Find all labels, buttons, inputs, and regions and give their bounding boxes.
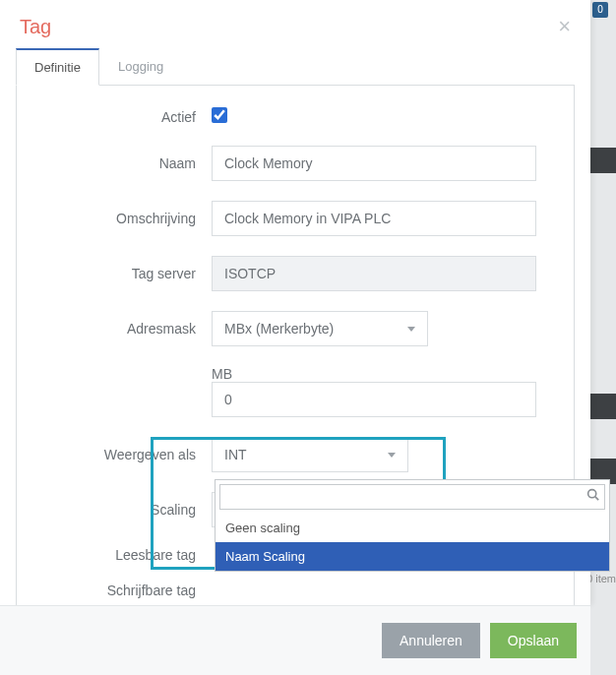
tab-logging[interactable]: Logging — [99, 48, 182, 86]
cancel-button[interactable]: Annuleren — [382, 623, 480, 658]
label-readable-tag: Leesbare tag — [34, 547, 212, 563]
label-active: Actief — [34, 109, 212, 125]
input-description[interactable] — [212, 201, 536, 236]
label-name: Naam — [34, 155, 212, 171]
select-display-as[interactable]: INT — [212, 437, 408, 472]
scaling-dropdown: Geen scaling Naam Scaling — [215, 479, 610, 572]
label-description: Omschrijving — [34, 211, 212, 226]
row-name: Naam — [34, 146, 556, 181]
notif-badge: 0 — [592, 2, 608, 18]
modal-footer: Annuleren Opslaan — [0, 605, 590, 675]
tab-definition[interactable]: Definitie — [16, 48, 99, 86]
row-description: Omschrijving — [34, 201, 556, 236]
chevron-down-icon — [407, 327, 415, 332]
label-scaling: Scaling — [34, 502, 212, 518]
save-button[interactable]: Opslaan — [490, 623, 577, 658]
row-mb: MB — [34, 366, 556, 417]
tab-strip: Definitie Logging — [16, 47, 575, 86]
label-writable-tag: Schrijfbare tag — [34, 583, 212, 598]
bg-bar — [590, 148, 616, 173]
bg-bar — [590, 394, 616, 419]
dropdown-search-wrap — [216, 480, 609, 514]
row-tagserver: Tag server ISOTCP — [34, 256, 556, 291]
row-writable-tag: Schrijfbare tag — [34, 583, 556, 598]
row-display-as: Weergeven als INT — [34, 437, 556, 472]
items-count: 0 item — [586, 573, 616, 584]
label-tagserver: Tag server — [34, 266, 212, 281]
input-name[interactable] — [212, 146, 536, 181]
dropdown-option-none[interactable]: Geen scaling — [216, 514, 609, 542]
label-mb: MB — [212, 366, 239, 382]
label-addrmask: Adresmask — [34, 321, 212, 337]
select-display-as-value: INT — [224, 447, 247, 462]
modal-title: Tag — [20, 16, 51, 38]
row-addrmask: Adresmask MBx (Merkerbyte) — [34, 311, 556, 346]
close-icon[interactable]: × — [558, 14, 571, 39]
row-active: Actief — [34, 107, 556, 126]
dropdown-option-named[interactable]: Naam Scaling — [216, 542, 609, 571]
input-mb[interactable] — [212, 382, 536, 417]
modal-header: Tag × — [0, 0, 590, 47]
label-display-as: Weergeven als — [34, 447, 212, 462]
select-addrmask[interactable]: MBx (Merkerbyte) — [212, 311, 428, 346]
select-addrmask-value: MBx (Merkerbyte) — [224, 321, 334, 337]
checkbox-active[interactable] — [212, 107, 227, 123]
field-tagserver: ISOTCP — [212, 256, 536, 291]
dropdown-search-input[interactable] — [219, 484, 605, 510]
chevron-down-icon — [388, 453, 396, 458]
